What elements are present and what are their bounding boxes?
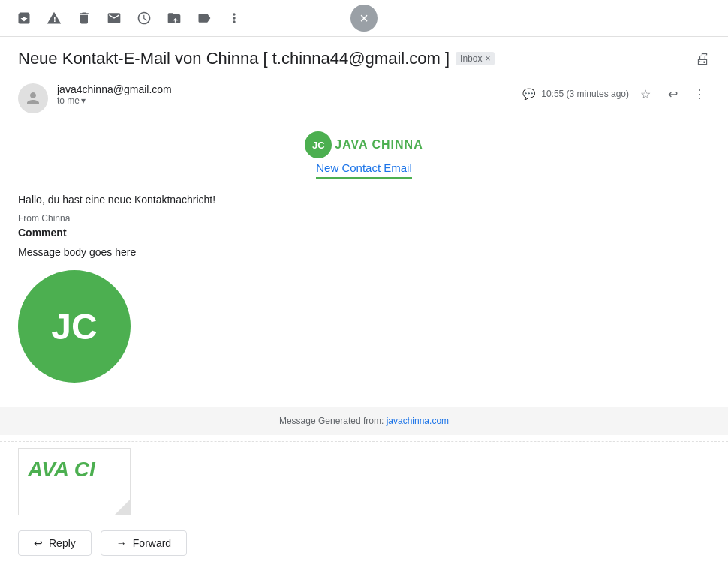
- badge-close-button[interactable]: ×: [485, 53, 490, 64]
- inbox-badge: Inbox ×: [456, 52, 495, 65]
- reply-arrow-icon: ↩: [34, 537, 43, 549]
- big-logo: JC: [18, 270, 710, 383]
- forward-label: Forward: [133, 537, 171, 549]
- delete-icon[interactable]: [72, 6, 96, 30]
- avatar: [18, 83, 48, 113]
- greeting-text: Hallo, du hast eine neue Kontaktnachrich…: [18, 194, 710, 206]
- sender-meta: 💬 10:55 (3 minutes ago) ☆ ↩ ⋮: [522, 83, 710, 104]
- from-label: From Chinna: [18, 213, 710, 224]
- subject-row: Neue Kontakt-E-Mail von Chinna [ t.chinn…: [18, 49, 710, 68]
- top-toolbar: ×: [0, 0, 728, 37]
- mail-icon[interactable]: [102, 6, 126, 30]
- star-button[interactable]: ☆: [635, 83, 656, 104]
- message-body: Message body goes here: [18, 246, 710, 258]
- action-bar: ↩ Reply → Forward: [0, 521, 728, 565]
- email-subject: Neue Kontakt-E-Mail von Chinna [ t.chinn…: [18, 49, 450, 68]
- logo-area: JC JAVA CHINNA New Contact Email: [18, 131, 710, 179]
- thumbnail-preview: AVA CI: [18, 448, 131, 515]
- logo-brand-text: JAVA CHINNA: [335, 138, 423, 152]
- divider: [0, 441, 728, 442]
- reply-label: Reply: [49, 537, 76, 549]
- sender-row: java4chinna@gmail.com to me ▾ 💬 10:55 (3…: [18, 77, 710, 119]
- email-container: × Neue Kontakt-E-Mail von Chinna [ t.chi…: [0, 0, 728, 574]
- clock-icon[interactable]: [132, 6, 156, 30]
- logo-circle: JC: [305, 131, 332, 158]
- logo-small: JC JAVA CHINNA: [305, 131, 423, 158]
- print-icon[interactable]: 🖨: [695, 50, 710, 68]
- sender-to: to me ▾: [57, 95, 513, 106]
- spam-icon[interactable]: [42, 6, 66, 30]
- new-contact-link[interactable]: New Contact Email: [316, 161, 412, 179]
- more-options-button[interactable]: ⋮: [689, 83, 710, 104]
- email-time: 10:55 (3 minutes ago): [541, 89, 629, 99]
- sender-name: java4chinna@gmail.com: [57, 83, 513, 95]
- footer-link[interactable]: javachinna.com: [387, 416, 449, 426]
- close-button[interactable]: ×: [350, 5, 378, 32]
- archive-icon[interactable]: [12, 6, 36, 30]
- folder-move-icon[interactable]: [162, 6, 186, 30]
- more-toolbar-icon[interactable]: [222, 6, 246, 30]
- thumbnail-text: AVA CI: [28, 458, 121, 482]
- chat-meta-icon: 💬: [522, 88, 535, 100]
- comment-label: Comment: [18, 227, 710, 239]
- tag-icon[interactable]: [192, 6, 216, 30]
- forward-arrow-icon: →: [116, 537, 127, 549]
- reply-action-button[interactable]: ↩ Reply: [18, 530, 92, 556]
- email-body: JC JAVA CHINNA New Contact Email Hallo, …: [0, 119, 728, 407]
- big-logo-circle: JC: [18, 270, 131, 383]
- email-header: Neue Kontakt-E-Mail von Chinna [ t.chinn…: [0, 37, 728, 119]
- sender-info: java4chinna@gmail.com to me ▾: [57, 83, 513, 106]
- reply-button[interactable]: ↩: [662, 83, 683, 104]
- forward-action-button[interactable]: → Forward: [101, 530, 187, 556]
- email-footer: Message Generated from: javachinna.com: [0, 407, 728, 435]
- thumbnail-fold: [115, 500, 130, 515]
